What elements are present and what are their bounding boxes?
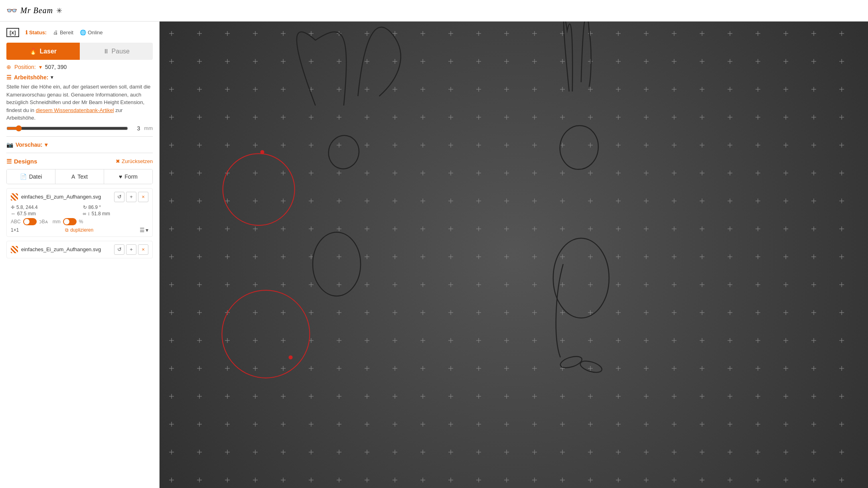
file-name-2: einfaches_Ei_zum_Aufhangen.svg [21, 246, 101, 252]
unit-toggle-1[interactable] [63, 218, 77, 225]
right-panel [160, 22, 868, 488]
text-icon: A [71, 173, 75, 180]
reset-icon: ✖ [116, 158, 120, 164]
width-icon-1: ↔ [11, 211, 16, 216]
position-coords: 507, 390 [45, 64, 67, 70]
pause-icon: ⏸ [103, 48, 109, 55]
height-icon-1: ∞ ↕ [83, 211, 90, 216]
globe-icon: 🌐 [80, 30, 86, 35]
unit-toggle-group-1: mm % [53, 218, 83, 225]
file-actions-2: ↺ + × [114, 244, 148, 255]
file-item-1: einfaches_Ei_zum_Aufhangen.svg ↺ + × ✛ 5… [6, 188, 153, 237]
logo-star-icon: ✳ [56, 6, 62, 15]
abc-left-label-1: ABC [11, 219, 21, 224]
undo-button-1[interactable]: ↺ [114, 192, 124, 202]
file-name-row-2: einfaches_Ei_zum_Aufhangen.svg [11, 246, 101, 253]
grid-label-1: 1×1 [11, 227, 19, 233]
unit-right-label-1: % [79, 219, 83, 224]
file-name-row-1: einfaches_Ei_zum_Aufhangen.svg [11, 193, 101, 201]
file-stripe-icon-2 [11, 246, 18, 253]
tab-text[interactable]: A Text [55, 169, 104, 184]
height-slider[interactable] [6, 125, 128, 132]
reset-button[interactable]: ✖ Zurücksetzen [116, 158, 153, 164]
online-status: 🌐 Online [80, 30, 103, 35]
file-meta-1: ✛ 5.8, 244.4 ↻ 86.9 ° ↔ 67.5 mm ∞ ↕ 51.8… [11, 205, 148, 216]
heart-icon: ♥ [119, 173, 122, 180]
flame-icon: 🔥 [29, 47, 37, 55]
divider-2 [6, 153, 153, 153]
main-layout: [x] ℹ Status: 🖨 Bereit 🌐 Online 🔥 Laser … [0, 22, 868, 488]
chevron-icon: ▾ [39, 64, 42, 70]
logo-text: Mr Beam [20, 6, 53, 15]
unit-left-label-1: mm [53, 219, 61, 224]
close-button[interactable]: [x] [6, 28, 19, 37]
pause-button[interactable]: ⏸ Pause [80, 43, 153, 60]
tab-row: 📄 Datei A Text ♥ Form [6, 169, 153, 184]
file-bottom-row-1: 1×1 ⧉ duplizieren ☰ ▾ [11, 227, 148, 233]
arbeitshohe-description: Stelle hier die Höhe ein, auf der gelase… [6, 83, 153, 122]
rotation-icon-1: ↻ [83, 205, 87, 210]
file-icon: 📄 [20, 173, 27, 180]
file-item-1-header: einfaches_Ei_zum_Aufhangen.svg ↺ + × [11, 192, 148, 202]
divider-1 [6, 136, 153, 137]
height-value: 3 [132, 125, 140, 132]
arbeitshohe-section: ☰ Arbeitshöhe: ▾ Stelle hier die Höhe ei… [6, 74, 153, 132]
printer-icon: 🖨 [53, 30, 58, 35]
tab-form[interactable]: ♥ Form [104, 169, 152, 184]
file-width-1: ↔ 67.5 mm [11, 211, 77, 216]
vorschau-row[interactable]: 📷 Vorschau: ▾ [6, 142, 153, 148]
move-icon-1: ✛ [11, 205, 15, 210]
action-buttons: 🔥 Laser ⏸ Pause [6, 43, 153, 60]
height-slider-row: 3 mm [6, 125, 153, 132]
menu-chevron-1: ▾ [146, 227, 148, 233]
laser-button[interactable]: 🔥 Laser [6, 43, 80, 60]
tab-datei[interactable]: 📄 Datei [7, 169, 55, 184]
delete-button-2[interactable]: × [138, 244, 148, 255]
chevron-down-icon: ▾ [51, 75, 53, 80]
logo-glasses-icon: 👓 [6, 6, 17, 16]
height-unit: mm [144, 125, 153, 131]
add-button-1[interactable]: + [126, 192, 136, 202]
file-height-1: ∞ ↕ 51.8 mm [83, 211, 149, 216]
designs-header: ☰ Designs ✖ Zurücksetzen [6, 158, 153, 165]
add-button-2[interactable]: + [126, 244, 136, 255]
logo-area: 👓 Mr Beam ✳ [6, 6, 62, 16]
file-rotation-1: ↻ 86.9 ° [83, 205, 149, 210]
left-panel: [x] ℹ Status: 🖨 Bereit 🌐 Online 🔥 Laser … [0, 22, 160, 488]
file-item-2-header: einfaches_Ei_zum_Aufhangen.svg ↺ + × [11, 244, 148, 255]
chevron-down-icon: ▾ [45, 142, 47, 148]
menu-button-1[interactable]: ☰ ▾ [140, 227, 148, 233]
status-label: ℹ Status: [26, 30, 47, 35]
rows-icon: ☰ [6, 74, 12, 81]
delete-button-1[interactable]: × [138, 192, 148, 202]
file-name-1: einfaches_Ei_zum_Aufhangen.svg [21, 194, 101, 200]
app-header: 👓 Mr Beam ✳ [0, 0, 868, 22]
file-position-1: ✛ 5.8, 244.4 [11, 205, 77, 210]
crosshair-icon: ⊕ [6, 64, 11, 70]
abc-right-label-1: ɔBᴀ [39, 219, 48, 224]
file-toggles-1: ABC ɔBᴀ mm % [11, 218, 148, 225]
arbeitshohe-header[interactable]: ☰ Arbeitshöhe: ▾ [6, 74, 153, 81]
camera-icon: 📷 [6, 142, 13, 148]
position-label: Position: [14, 64, 36, 70]
rows-icon-2: ☰ [6, 158, 12, 165]
abc-toggle-group-1: ABC ɔBᴀ [11, 218, 48, 225]
status-bar: [x] ℹ Status: 🖨 Bereit 🌐 Online [6, 26, 153, 39]
abc-toggle-1[interactable] [23, 218, 37, 225]
menu-icon-1: ☰ [140, 227, 145, 233]
position-row: ⊕ Position: ▾ 507, 390 [6, 64, 153, 70]
wiki-link[interactable]: diesem Wissensdatenbank-Artikel [36, 107, 114, 113]
file-stripe-icon-1 [11, 193, 18, 201]
bereit-status: 🖨 Bereit [53, 30, 73, 35]
camera-canvas [160, 22, 868, 488]
info-icon: ℹ [26, 30, 28, 35]
designs-title: ☰ Designs [6, 158, 37, 165]
copy-icon-1: ⧉ [65, 227, 69, 233]
duplicate-button-1[interactable]: ⧉ duplizieren [65, 227, 93, 233]
undo-button-2[interactable]: ↺ [114, 244, 124, 255]
file-actions-1: ↺ + × [114, 192, 148, 202]
file-item-2: einfaches_Ei_zum_Aufhangen.svg ↺ + × [6, 241, 153, 258]
